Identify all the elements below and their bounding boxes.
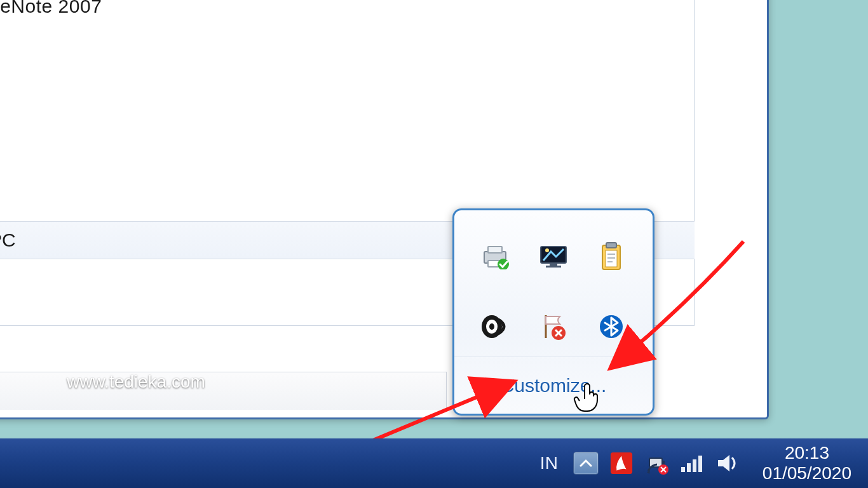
svg-rect-1 xyxy=(488,247,502,253)
taskbar: IN xyxy=(0,438,868,488)
show-hidden-icons-button[interactable] xyxy=(573,451,599,476)
avira-icon[interactable] xyxy=(609,451,634,476)
clipboard-icon[interactable] xyxy=(595,242,628,271)
idt-audio-icon[interactable] xyxy=(479,312,512,341)
bluetooth-icon[interactable] xyxy=(595,312,628,341)
svg-rect-24 xyxy=(662,461,665,464)
list-item[interactable]: neNote 2007 xyxy=(0,0,102,17)
svg-rect-30 xyxy=(693,459,696,472)
watermark-text: www.tedieka.com xyxy=(67,372,205,392)
power-icon[interactable] xyxy=(644,451,670,476)
taskbar-clock[interactable]: 20:13 01/05/2020 xyxy=(756,442,858,485)
svg-rect-6 xyxy=(550,263,557,266)
svg-point-16 xyxy=(489,323,494,330)
clock-date: 01/05/2020 xyxy=(763,463,851,484)
svg-rect-31 xyxy=(698,456,702,472)
svg-rect-9 xyxy=(606,243,616,248)
svg-rect-7 xyxy=(546,266,561,268)
input-fragment: PC xyxy=(0,229,16,251)
svg-rect-29 xyxy=(687,463,691,472)
clock-time: 20:13 xyxy=(763,443,851,463)
volume-icon[interactable] xyxy=(715,451,741,476)
customize-link[interactable]: Customize... xyxy=(454,356,653,414)
action-center-flag-icon[interactable] xyxy=(537,312,570,341)
language-indicator[interactable]: IN xyxy=(535,451,563,476)
svg-point-5 xyxy=(545,248,549,252)
chevron-up-icon xyxy=(580,459,592,468)
notification-overflow-popup: Customize... xyxy=(452,208,654,416)
network-icon[interactable] xyxy=(680,451,705,476)
system-tray xyxy=(573,451,741,476)
display-settings-icon[interactable] xyxy=(537,242,570,271)
svg-rect-28 xyxy=(681,467,685,472)
printer-ready-icon[interactable] xyxy=(479,242,512,271)
overflow-icon-grid xyxy=(454,210,653,354)
